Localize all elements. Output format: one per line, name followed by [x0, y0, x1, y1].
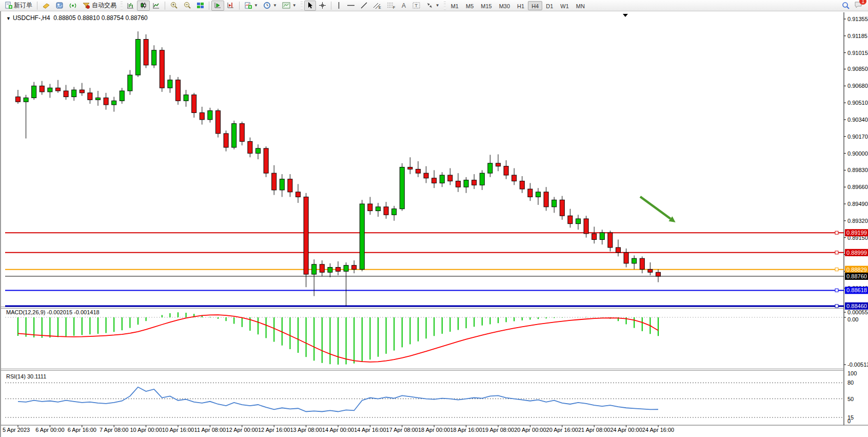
hline-handle[interactable]	[835, 231, 838, 234]
candle-body	[296, 192, 301, 197]
symbol-period-label: USDCHF-,H4	[13, 14, 50, 22]
candle-body	[608, 233, 613, 248]
chart-frame	[1, 12, 868, 425]
time-axis[interactable]: 5 Apr 20236 Apr 00:006 Apr 16:007 Apr 08…	[3, 425, 674, 433]
text-label-icon: T	[412, 2, 421, 9]
timeframe-button-m5[interactable]: M5	[462, 1, 477, 10]
candle-body	[72, 90, 76, 97]
time-tick-label: 12 Apr 16:00	[258, 427, 290, 433]
annotations[interactable]	[640, 197, 676, 222]
toolbar-grip	[121, 2, 123, 10]
candle-body	[440, 175, 444, 183]
ticket-icon	[42, 2, 50, 9]
auto-scroll-button[interactable]	[211, 1, 224, 11]
line-chart-button[interactable]	[150, 1, 163, 11]
time-tick-label: 24 Apr 16:00	[642, 427, 674, 433]
price-axis[interactable]: 0.913550.911850.910150.908500.906800.905…	[844, 16, 868, 310]
market-watch-button[interactable]	[53, 1, 66, 11]
indicators-button[interactable]: ▼	[242, 1, 261, 11]
candle-body	[488, 163, 492, 173]
candle-body	[376, 207, 381, 211]
price-tick-label: 0.89320	[847, 218, 868, 224]
ticket-button[interactable]	[40, 1, 53, 11]
candle-body	[200, 112, 204, 120]
candle-body	[528, 189, 532, 197]
candle-body	[616, 248, 621, 253]
text-button[interactable]: A	[398, 1, 410, 11]
candle-body	[424, 173, 428, 178]
candle-body	[512, 175, 517, 181]
tile-windows-button[interactable]	[194, 1, 207, 11]
candle-body	[360, 204, 364, 269]
svg-text:F: F	[393, 6, 395, 9]
candle-body	[392, 209, 397, 215]
horizontal-line-objects[interactable]	[5, 231, 844, 308]
line-chart-icon	[152, 2, 160, 9]
candle-body	[120, 91, 124, 101]
hline-handle[interactable]	[835, 251, 838, 254]
candle-body	[96, 98, 101, 100]
timeframe-button-m15[interactable]: M15	[477, 1, 495, 10]
horizontal-line-button[interactable]	[344, 1, 358, 11]
candle-body	[104, 98, 108, 105]
timeframe-button-m1[interactable]: M1	[447, 1, 462, 10]
notifications-button[interactable]: 1	[854, 1, 863, 10]
chart-shift-button[interactable]	[224, 1, 237, 11]
arrows-button[interactable]: ▼	[423, 1, 442, 11]
fibonacci-button[interactable]: F	[384, 1, 398, 11]
timeframe-button-h1[interactable]: H1	[514, 1, 528, 10]
channel-button[interactable]: E	[370, 1, 384, 11]
candle-body	[480, 173, 484, 185]
timeframe-button-d1[interactable]: D1	[542, 1, 557, 10]
signal-button[interactable]	[66, 1, 80, 11]
timeframe-button-w1[interactable]: W1	[557, 1, 573, 10]
candle-chart-button[interactable]	[137, 1, 150, 11]
cursor-button[interactable]	[304, 1, 316, 11]
price-line-badge-label: 0.88999	[846, 250, 867, 256]
timeframe-button-mn[interactable]: MN	[573, 1, 588, 10]
crosshair-button[interactable]	[316, 1, 329, 11]
timeframe-button-h4[interactable]: H4	[528, 1, 542, 10]
auto-trading-button[interactable]: 自动交易	[80, 1, 119, 11]
trend-arrow-line[interactable]	[640, 197, 670, 219]
candle-body	[656, 272, 661, 276]
price-tick-label: 0.89830	[847, 167, 868, 173]
candle-body	[168, 80, 172, 88]
toolbar-separator	[209, 2, 209, 10]
price-tick-label: 0.90000	[847, 150, 868, 157]
chart-shift-icon	[227, 2, 234, 9]
new-order-label: 新订单	[14, 1, 32, 10]
candle-body	[136, 40, 141, 75]
candle-body	[624, 253, 628, 263]
rsi-tick-label: 50	[847, 396, 854, 402]
chart-shift-marker[interactable]	[623, 14, 628, 17]
horizontal-line-icon	[347, 2, 355, 9]
price-line-badge-label: 0.88829	[846, 267, 867, 273]
svg-text:A: A	[402, 2, 406, 9]
chevron-down-icon[interactable]: ▼	[6, 16, 11, 21]
chart-canvas[interactable]: 0.913550.911850.910150.908500.906800.905…	[1, 11, 868, 437]
hline-handle[interactable]	[835, 289, 838, 292]
time-tick-label: 6 Apr 16:00	[68, 427, 96, 433]
time-tick-label: 24 Apr 00:00	[610, 427, 642, 433]
vertical-line-button[interactable]	[333, 1, 344, 11]
templates-button[interactable]: ▼	[280, 1, 299, 11]
search-icon[interactable]	[842, 2, 850, 10]
zoom-out-button[interactable]	[181, 1, 194, 11]
hline-handle[interactable]	[835, 305, 838, 308]
candle-body	[208, 111, 212, 120]
text-label-button[interactable]: T	[410, 1, 423, 11]
bar-chart-button[interactable]	[124, 1, 137, 11]
periods-button[interactable]: ▼	[261, 1, 280, 11]
time-tick-label: 10 Apr 00:00	[130, 427, 162, 433]
time-tick-label: 7 Apr 08:00	[100, 427, 128, 433]
zoom-in-button[interactable]	[167, 1, 181, 11]
market-watch-icon	[55, 2, 64, 9]
trendline-button[interactable]	[358, 1, 370, 11]
candle-body	[272, 173, 277, 190]
svg-text:E: E	[379, 6, 381, 9]
new-order-button[interactable]: 新订单	[2, 1, 35, 11]
hline-handle[interactable]	[835, 268, 838, 271]
timeframe-button-m30[interactable]: M30	[496, 1, 514, 10]
candle-body	[568, 216, 573, 223]
